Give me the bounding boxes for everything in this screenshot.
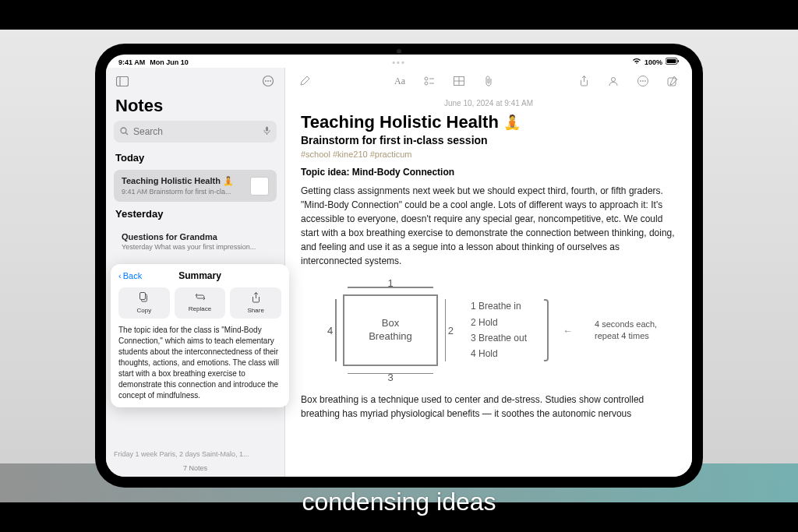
breathing-steps: 1 Breathe in 2 Hold 3 Breathe out 4 Hold [471, 298, 527, 362]
collaborate-icon[interactable] [605, 72, 622, 90]
share-label: Share [233, 307, 278, 314]
side-3: 3 [387, 372, 393, 383]
note-list-item[interactable]: Teaching Holistic Health 🧘 9:41 AM Brain… [114, 170, 277, 202]
svg-point-26 [644, 80, 646, 82]
section-today: Today [106, 149, 284, 167]
meditation-emoji: 🧘 [503, 114, 521, 131]
writing-tools-icon[interactable] [296, 72, 313, 90]
svg-point-6 [265, 80, 267, 82]
summary-title: Summary [178, 270, 221, 281]
bracket [544, 299, 549, 361]
note-editor: Aa [285, 68, 692, 477]
more-icon[interactable] [260, 72, 277, 90]
side-4: 4 [327, 325, 333, 336]
svg-point-15 [425, 77, 428, 80]
svg-point-17 [425, 82, 428, 85]
replace-button[interactable]: Replace [175, 287, 226, 319]
note-list-item[interactable]: Questions for Grandma Yesterday What was… [114, 226, 277, 257]
svg-rect-3 [117, 76, 129, 86]
multitask-dots[interactable]: ••• [392, 58, 406, 67]
note-preview-snippet: Friday 1 week Paris, 2 days Saint-Malo, … [114, 450, 277, 458]
copy-label: Copy [122, 307, 167, 314]
share-icon [233, 292, 278, 305]
share-note-icon[interactable] [575, 72, 592, 90]
mic-icon[interactable] [263, 126, 270, 138]
battery-icon [666, 58, 680, 66]
chevron-left-icon: ‹ [118, 271, 122, 280]
table-icon[interactable] [450, 72, 468, 90]
sidebar-title: Notes [106, 94, 284, 121]
compose-icon[interactable] [664, 72, 681, 90]
sidebar: Notes Today Teaching Holistic Health 🧘 9… [106, 68, 285, 477]
checklist-icon[interactable] [421, 72, 438, 90]
note-count: 7 Notes [106, 464, 284, 472]
svg-rect-1 [667, 59, 676, 63]
share-button[interactable]: Share [230, 287, 281, 319]
back-button[interactable]: ‹ Back [118, 271, 142, 280]
svg-point-9 [121, 128, 126, 133]
side-2: 2 [448, 325, 454, 336]
back-label: Back [123, 271, 142, 280]
search-field[interactable] [114, 121, 277, 143]
summary-text: The topic idea for the class is "Mind-Bo… [118, 325, 281, 401]
note-item-title: Teaching Holistic Health 🧘 [122, 176, 244, 186]
wifi-icon [632, 58, 641, 66]
svg-rect-14 [139, 293, 145, 300]
section-yesterday: Yesterday [106, 205, 284, 223]
note-content[interactable]: June 10, 2024 at 9:41 AM Teaching Holist… [285, 94, 692, 428]
status-time: 9:41 AM [118, 58, 145, 66]
note-thumbnail [250, 177, 269, 196]
svg-point-25 [642, 80, 644, 82]
side-1: 1 [387, 277, 393, 289]
copy-button[interactable]: Copy [118, 287, 170, 319]
camera-dot [397, 49, 401, 54]
sidebar-toggle-icon[interactable] [114, 72, 131, 90]
summary-popover: ‹ Back Summary Copy [111, 264, 289, 407]
note-subtitle: Brainstorm for first in-class session [301, 134, 676, 146]
attachment-icon[interactable] [480, 72, 497, 90]
note-paragraph: Box breathing is a technique used to cen… [301, 393, 676, 421]
text-format-button[interactable]: Aa [391, 72, 408, 90]
svg-line-10 [125, 132, 128, 135]
replace-icon [178, 292, 223, 304]
search-icon [120, 125, 129, 139]
screen: 9:41 AM Mon Jun 10 ••• 100% [106, 55, 692, 477]
note-item-title: Questions for Grandma [122, 232, 269, 241]
video-caption: condensing ideas [0, 488, 798, 516]
note-item-meta: Yesterday What was your first impression… [122, 243, 269, 251]
box-label: Box Breathing [343, 294, 438, 366]
replace-label: Replace [178, 305, 223, 312]
notes-app: Notes Today Teaching Holistic Health 🧘 9… [106, 68, 692, 477]
editor-toolbar: Aa [285, 68, 692, 94]
svg-point-24 [640, 80, 641, 82]
battery-text: 100% [644, 58, 662, 66]
more-note-icon[interactable] [634, 72, 651, 90]
search-input[interactable] [133, 126, 259, 137]
status-date: Mon Jun 10 [150, 58, 189, 66]
status-bar: 9:41 AM Mon Jun 10 ••• 100% [106, 55, 692, 68]
note-tags[interactable]: #school #kine210 #practicum [301, 150, 676, 159]
box-breathing-diagram: 1 2 3 4 Box Breathing 1 Breathe in 2 Hol… [324, 276, 676, 385]
svg-rect-11 [266, 126, 268, 131]
svg-point-7 [267, 80, 269, 82]
arrow-left-icon: ← [563, 325, 573, 336]
svg-point-8 [270, 80, 271, 82]
note-item-meta: 9:41 AM Brainstorm for first in-cla... [122, 188, 244, 196]
copy-icon [122, 292, 167, 305]
note-datestamp: June 10, 2024 at 9:41 AM [301, 99, 676, 107]
svg-rect-2 [678, 60, 680, 62]
svg-point-22 [612, 78, 616, 82]
note-paragraph: Getting class assignments next week but … [301, 184, 676, 268]
ipad-frame: 9:41 AM Mon Jun 10 ••• 100% [95, 44, 703, 488]
diagram-annotation: 4 seconds each, repeat 4 times [595, 319, 657, 343]
note-title: Teaching Holistic Health 🧘 [301, 112, 676, 132]
topic-heading: Topic idea: Mind-Body Connection [301, 167, 676, 178]
